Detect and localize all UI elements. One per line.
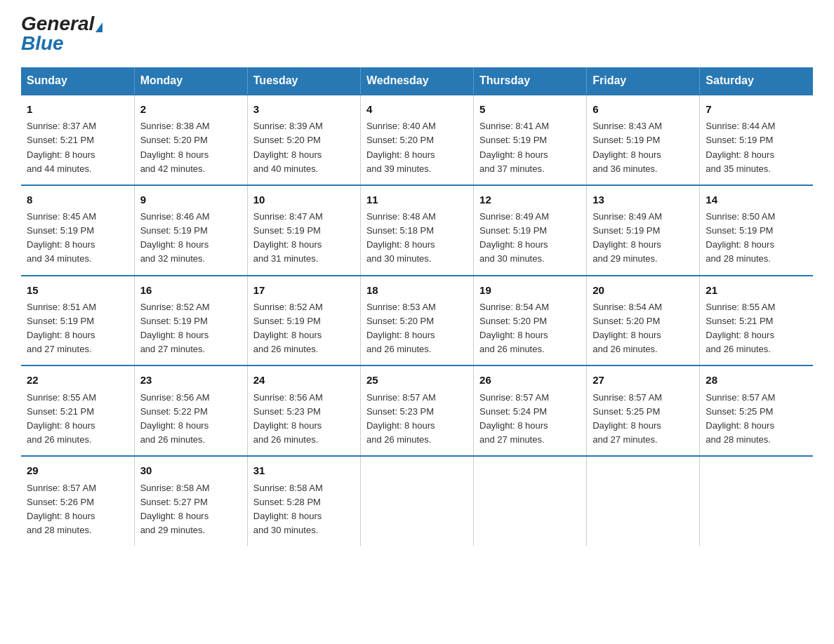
calendar-cell: 29Sunrise: 8:57 AM Sunset: 5:26 PM Dayli…	[21, 456, 134, 546]
calendar-cell: 20Sunrise: 8:54 AM Sunset: 5:20 PM Dayli…	[587, 276, 700, 366]
day-number: 9	[140, 192, 241, 208]
calendar-cell: 7Sunrise: 8:44 AM Sunset: 5:19 PM Daylig…	[700, 95, 813, 185]
day-info: Sunrise: 8:49 AM Sunset: 5:19 PM Dayligh…	[593, 210, 694, 267]
logo-line2: Blue	[21, 34, 102, 53]
calendar-week-row: 22Sunrise: 8:55 AM Sunset: 5:21 PM Dayli…	[21, 365, 813, 456]
logo-line1: General	[21, 14, 102, 34]
calendar-cell	[474, 456, 587, 546]
calendar-header-row: SundayMondayTuesdayWednesdayThursdayFrid…	[21, 67, 813, 95]
calendar-cell: 19Sunrise: 8:54 AM Sunset: 5:20 PM Dayli…	[474, 276, 587, 366]
weekday-header-tuesday: Tuesday	[247, 67, 360, 95]
day-number: 6	[593, 101, 694, 117]
calendar-week-row: 1Sunrise: 8:37 AM Sunset: 5:21 PM Daylig…	[21, 95, 813, 185]
day-info: Sunrise: 8:40 AM Sunset: 5:20 PM Dayligh…	[366, 119, 468, 176]
day-info: Sunrise: 8:56 AM Sunset: 5:22 PM Dayligh…	[140, 391, 241, 448]
day-number: 11	[366, 192, 468, 208]
day-number: 13	[593, 192, 694, 208]
weekday-header-wednesday: Wednesday	[360, 67, 473, 95]
day-info: Sunrise: 8:51 AM Sunset: 5:19 PM Dayligh…	[27, 300, 128, 357]
calendar-cell	[360, 456, 473, 546]
logo-triangle-icon	[95, 22, 102, 32]
day-number: 8	[27, 192, 128, 208]
day-number: 17	[253, 282, 355, 298]
day-number: 1	[27, 101, 128, 117]
day-info: Sunrise: 8:58 AM Sunset: 5:27 PM Dayligh…	[140, 481, 241, 538]
day-info: Sunrise: 8:57 AM Sunset: 5:26 PM Dayligh…	[27, 481, 128, 538]
day-number: 26	[479, 372, 581, 388]
calendar-week-row: 8Sunrise: 8:45 AM Sunset: 5:19 PM Daylig…	[21, 185, 813, 276]
calendar-table: SundayMondayTuesdayWednesdayThursdayFrid…	[21, 67, 813, 546]
calendar-cell: 2Sunrise: 8:38 AM Sunset: 5:20 PM Daylig…	[134, 95, 247, 185]
day-number: 24	[253, 372, 355, 388]
day-info: Sunrise: 8:58 AM Sunset: 5:28 PM Dayligh…	[253, 481, 355, 538]
day-number: 21	[706, 282, 807, 298]
calendar-cell: 11Sunrise: 8:48 AM Sunset: 5:18 PM Dayli…	[360, 185, 473, 276]
day-number: 25	[366, 372, 468, 388]
calendar-cell: 14Sunrise: 8:50 AM Sunset: 5:19 PM Dayli…	[700, 185, 813, 276]
calendar-cell	[700, 456, 813, 546]
calendar-cell: 21Sunrise: 8:55 AM Sunset: 5:21 PM Dayli…	[700, 276, 813, 366]
day-info: Sunrise: 8:38 AM Sunset: 5:20 PM Dayligh…	[140, 119, 241, 176]
page-header: General Blue	[21, 14, 813, 53]
day-number: 7	[706, 101, 807, 117]
day-number: 15	[27, 282, 128, 298]
calendar-cell: 9Sunrise: 8:46 AM Sunset: 5:19 PM Daylig…	[134, 185, 247, 276]
day-number: 31	[253, 462, 355, 478]
calendar-cell: 28Sunrise: 8:57 AM Sunset: 5:25 PM Dayli…	[700, 365, 813, 456]
calendar-cell: 22Sunrise: 8:55 AM Sunset: 5:21 PM Dayli…	[21, 365, 134, 456]
weekday-header-sunday: Sunday	[21, 67, 134, 95]
day-info: Sunrise: 8:52 AM Sunset: 5:19 PM Dayligh…	[253, 300, 355, 357]
calendar-cell: 16Sunrise: 8:52 AM Sunset: 5:19 PM Dayli…	[134, 276, 247, 366]
day-info: Sunrise: 8:49 AM Sunset: 5:19 PM Dayligh…	[479, 210, 581, 267]
day-number: 20	[593, 282, 694, 298]
weekday-header-friday: Friday	[587, 67, 700, 95]
calendar-cell: 12Sunrise: 8:49 AM Sunset: 5:19 PM Dayli…	[474, 185, 587, 276]
day-number: 30	[140, 462, 241, 478]
day-info: Sunrise: 8:50 AM Sunset: 5:19 PM Dayligh…	[706, 210, 807, 267]
calendar-cell: 6Sunrise: 8:43 AM Sunset: 5:19 PM Daylig…	[587, 95, 700, 185]
day-number: 5	[479, 101, 581, 117]
day-info: Sunrise: 8:41 AM Sunset: 5:19 PM Dayligh…	[479, 119, 581, 176]
day-info: Sunrise: 8:52 AM Sunset: 5:19 PM Dayligh…	[140, 300, 241, 357]
day-number: 19	[479, 282, 581, 298]
logo-general-text: General	[21, 13, 94, 34]
day-info: Sunrise: 8:44 AM Sunset: 5:19 PM Dayligh…	[706, 119, 807, 176]
calendar-cell: 3Sunrise: 8:39 AM Sunset: 5:20 PM Daylig…	[247, 95, 360, 185]
calendar-week-row: 29Sunrise: 8:57 AM Sunset: 5:26 PM Dayli…	[21, 456, 813, 546]
day-info: Sunrise: 8:53 AM Sunset: 5:20 PM Dayligh…	[366, 300, 468, 357]
day-number: 27	[593, 372, 694, 388]
day-number: 12	[479, 192, 581, 208]
day-number: 2	[140, 101, 241, 117]
logo: General Blue	[21, 14, 102, 53]
weekday-header-monday: Monday	[134, 67, 247, 95]
day-number: 3	[253, 101, 355, 117]
calendar-cell: 4Sunrise: 8:40 AM Sunset: 5:20 PM Daylig…	[360, 95, 473, 185]
calendar-cell: 30Sunrise: 8:58 AM Sunset: 5:27 PM Dayli…	[134, 456, 247, 546]
calendar-cell: 27Sunrise: 8:57 AM Sunset: 5:25 PM Dayli…	[587, 365, 700, 456]
day-info: Sunrise: 8:57 AM Sunset: 5:25 PM Dayligh…	[593, 391, 694, 448]
calendar-cell: 18Sunrise: 8:53 AM Sunset: 5:20 PM Dayli…	[360, 276, 473, 366]
calendar-cell: 8Sunrise: 8:45 AM Sunset: 5:19 PM Daylig…	[21, 185, 134, 276]
day-number: 29	[27, 462, 128, 478]
calendar-cell: 10Sunrise: 8:47 AM Sunset: 5:19 PM Dayli…	[247, 185, 360, 276]
calendar-cell: 24Sunrise: 8:56 AM Sunset: 5:23 PM Dayli…	[247, 365, 360, 456]
day-number: 23	[140, 372, 241, 388]
day-info: Sunrise: 8:56 AM Sunset: 5:23 PM Dayligh…	[253, 391, 355, 448]
calendar-cell: 17Sunrise: 8:52 AM Sunset: 5:19 PM Dayli…	[247, 276, 360, 366]
day-info: Sunrise: 8:54 AM Sunset: 5:20 PM Dayligh…	[593, 300, 694, 357]
calendar-cell: 1Sunrise: 8:37 AM Sunset: 5:21 PM Daylig…	[21, 95, 134, 185]
day-info: Sunrise: 8:46 AM Sunset: 5:19 PM Dayligh…	[140, 210, 241, 267]
day-number: 22	[27, 372, 128, 388]
day-number: 18	[366, 282, 468, 298]
day-info: Sunrise: 8:45 AM Sunset: 5:19 PM Dayligh…	[27, 210, 128, 267]
calendar-cell: 13Sunrise: 8:49 AM Sunset: 5:19 PM Dayli…	[587, 185, 700, 276]
day-number: 10	[253, 192, 355, 208]
calendar-cell: 23Sunrise: 8:56 AM Sunset: 5:22 PM Dayli…	[134, 365, 247, 456]
day-info: Sunrise: 8:57 AM Sunset: 5:25 PM Dayligh…	[706, 391, 807, 448]
logo-blue-text: Blue	[21, 32, 64, 54]
day-info: Sunrise: 8:48 AM Sunset: 5:18 PM Dayligh…	[366, 210, 468, 267]
day-number: 28	[706, 372, 807, 388]
calendar-cell: 26Sunrise: 8:57 AM Sunset: 5:24 PM Dayli…	[474, 365, 587, 456]
day-info: Sunrise: 8:47 AM Sunset: 5:19 PM Dayligh…	[253, 210, 355, 267]
day-number: 4	[366, 101, 468, 117]
